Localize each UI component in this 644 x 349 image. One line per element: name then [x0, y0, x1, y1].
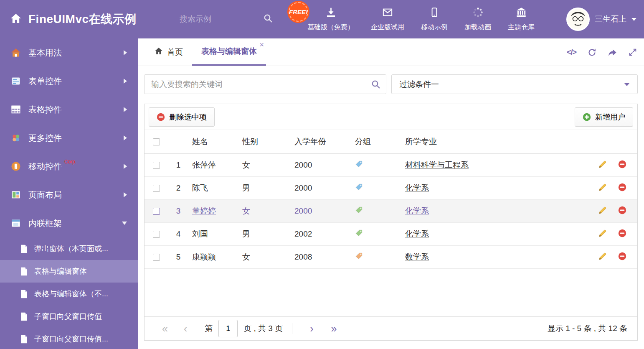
major-link[interactable]: 化学系 [405, 183, 429, 192]
filter-dropdown-value: 过滤条件一 [399, 79, 439, 90]
chevron-right-icon [124, 135, 127, 140]
select-all-checkbox[interactable] [153, 138, 160, 145]
edit-icon[interactable] [598, 229, 607, 240]
table-icon [11, 104, 21, 115]
table-row[interactable]: 5 康颖颖 女 2008 数学系 [145, 246, 637, 269]
column-header-group[interactable]: 分组 [352, 136, 402, 147]
chevron-down-icon [624, 83, 630, 86]
chevron-right-icon [124, 50, 127, 55]
free-badge[interactable]: FREE! [287, 1, 309, 23]
row-checkbox[interactable] [153, 162, 160, 169]
keyword-search-input[interactable] [145, 75, 386, 94]
tab-tools [567, 38, 637, 66]
edit-icon[interactable] [598, 160, 607, 171]
close-icon[interactable] [259, 41, 264, 48]
table-row[interactable]: 3 董婷婷 女 2000 化学系 [145, 200, 637, 223]
sidebar-item-basic-usage[interactable]: 基本用法 [0, 38, 138, 67]
row-number: 5 [168, 252, 189, 262]
chevron-right-icon [124, 164, 127, 169]
row-number: 1 [168, 160, 189, 170]
keyword-search-field [144, 74, 386, 94]
previous-page-button[interactable] [184, 324, 187, 334]
edit-icon[interactable] [598, 183, 607, 194]
sidebar-item-label: 页面布局 [28, 189, 62, 201]
delete-icon[interactable] [618, 160, 626, 171]
edit-icon[interactable] [598, 252, 607, 263]
major-link[interactable]: 材料科学与工程系 [405, 160, 469, 169]
sidebar-item-more-controls[interactable]: 更多控件 [0, 124, 138, 152]
divider [292, 323, 292, 334]
last-page-button[interactable] [331, 324, 337, 334]
column-header-gender[interactable]: 性别 [239, 136, 291, 147]
search-icon[interactable] [371, 79, 381, 91]
delete-icon[interactable] [618, 183, 626, 194]
user-name: 三生石上 [595, 14, 626, 25]
table-row[interactable]: 1 张萍萍 女 2000 材料科学与工程系 [145, 154, 637, 177]
brand[interactable]: FineUIMvc在线示例 [10, 0, 137, 38]
sidebar-subitem-grid-edit-window-2[interactable]: 表格与编辑窗体（不... [0, 283, 138, 305]
delete-icon[interactable] [618, 206, 626, 217]
expand-icon[interactable] [628, 48, 637, 57]
download-icon [325, 7, 337, 20]
remove-circle-icon [157, 113, 165, 121]
nav-item-enterprise-trial[interactable]: 企业版试用 [363, 7, 413, 32]
sidebar-subitem-child-to-parent-2[interactable]: 子窗口向父窗口传值... [0, 328, 138, 349]
add-user-button[interactable]: 新增用户 [575, 107, 633, 127]
next-page-button[interactable] [310, 324, 313, 334]
cell-name: 刘国 [189, 229, 239, 239]
tab-grid-edit-window[interactable]: 表格与编辑窗体 [192, 38, 266, 66]
layout-icon [11, 190, 21, 200]
nav-item-mobile-demo[interactable]: 移动示例 [413, 7, 456, 32]
cell-year: 2000 [291, 160, 352, 170]
table-row[interactable]: 4 刘国 男 2002 化学系 [145, 223, 637, 246]
delete-icon[interactable] [618, 252, 626, 262]
tag-icon [355, 252, 363, 260]
filter-dropdown[interactable]: 过滤条件一 [391, 74, 638, 94]
page-label-suffix: 页 , 共 3 页 [243, 323, 283, 334]
major-link[interactable]: 数学系 [405, 252, 429, 261]
top-search-input[interactable] [180, 15, 251, 24]
nav-item-loading-animation[interactable]: 加载动画 [456, 7, 499, 32]
form-icon [11, 76, 21, 86]
search-icon[interactable] [263, 13, 273, 25]
sidebar-subitem-grid-edit-window[interactable]: 表格与编辑窗体 [0, 260, 138, 283]
sidebar-subitem-label: 子窗口向父窗口传值 [34, 311, 102, 321]
row-checkbox[interactable] [153, 185, 160, 192]
first-page-button[interactable] [162, 324, 168, 334]
delete-icon[interactable] [618, 229, 626, 239]
row-checkbox[interactable] [153, 231, 160, 238]
chevron-down-icon [631, 18, 636, 21]
cell-gender: 男 [239, 229, 291, 239]
top-header: FineUIMvc在线示例 FREE! 基础版（免费） 企业版试用 移动示例 [0, 0, 644, 38]
sidebar-subitem-child-to-parent[interactable]: 子窗口向父窗口传值 [0, 305, 138, 328]
row-checkbox[interactable] [153, 208, 160, 215]
table-row[interactable]: 2 陈飞 男 2000 化学系 [145, 177, 637, 200]
corp-badge: Corp. [64, 159, 76, 165]
sidebar-item-inline-frame[interactable]: 内联框架 [0, 209, 138, 237]
sidebar-subitem-popup-window[interactable]: 弹出窗体（本页面或... [0, 237, 138, 260]
user-menu[interactable]: 三生石上 [566, 0, 636, 38]
home-icon [155, 47, 163, 57]
main-content: 首页 表格与编辑窗体 过滤条件一 [138, 38, 644, 349]
sidebar-item-page-layout[interactable]: 页面布局 [0, 181, 138, 209]
sidebar-item-grid-controls[interactable]: 表格控件 [0, 95, 138, 124]
edit-icon[interactable] [598, 206, 607, 217]
delete-selected-button[interactable]: 删除选中项 [149, 107, 215, 127]
forward-icon[interactable] [608, 48, 617, 57]
column-header-name[interactable]: 姓名 [189, 136, 239, 147]
row-number: 2 [168, 183, 189, 193]
sidebar-item-mobile-controls[interactable]: 移动控件 Corp. [0, 152, 138, 181]
major-link[interactable]: 化学系 [405, 206, 429, 215]
code-icon[interactable] [567, 48, 576, 57]
column-header-year[interactable]: 入学年份 [291, 136, 352, 147]
tab-home[interactable]: 首页 [145, 38, 192, 66]
nav-item-theme-store[interactable]: 主题仓库 [499, 7, 543, 32]
sidebar-item-form-controls[interactable]: 表单控件 [0, 67, 138, 95]
delete-selected-label: 删除选中项 [169, 112, 207, 122]
major-link[interactable]: 化学系 [405, 229, 429, 238]
page-number-input[interactable] [218, 320, 238, 337]
refresh-icon[interactable] [587, 48, 597, 57]
nav-item-label: 加载动画 [464, 23, 491, 32]
row-checkbox[interactable] [153, 254, 160, 261]
column-header-major[interactable]: 所学专业 [402, 136, 591, 147]
